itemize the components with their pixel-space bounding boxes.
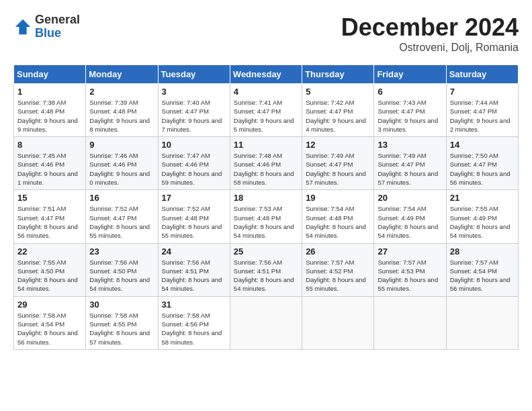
calendar-week-row: 1 Sunrise: 7:38 AM Sunset: 4:48 PM Dayli… <box>14 84 519 137</box>
weekday-header: Wednesday <box>230 65 302 84</box>
cell-content: Sunrise: 7:56 AM Sunset: 4:51 PM Dayligh… <box>234 258 298 293</box>
day-number: 21 <box>450 193 515 203</box>
month-title: December 2024 <box>341 13 519 42</box>
day-number: 17 <box>162 193 226 203</box>
calendar-cell: 11 Sunrise: 7:48 AM Sunset: 4:46 PM Dayl… <box>230 137 302 190</box>
day-number: 24 <box>162 246 226 257</box>
cell-content: Sunrise: 7:52 AM Sunset: 4:47 PM Dayligh… <box>89 204 154 240</box>
calendar-header-row: SundayMondayTuesdayWednesdayThursdayFrid… <box>14 65 519 84</box>
cell-content: Sunrise: 7:38 AM Sunset: 4:48 PM Dayligh… <box>17 98 82 134</box>
day-number: 7 <box>450 87 515 97</box>
day-number: 22 <box>17 246 82 257</box>
cell-content: Sunrise: 7:40 AM Sunset: 4:47 PM Dayligh… <box>162 98 226 134</box>
day-number: 15 <box>17 193 82 203</box>
cell-content: Sunrise: 7:39 AM Sunset: 4:48 PM Dayligh… <box>89 98 154 134</box>
svg-marker-0 <box>15 19 30 34</box>
day-number: 12 <box>306 140 370 150</box>
cell-content: Sunrise: 7:58 AM Sunset: 4:54 PM Dayligh… <box>17 311 82 347</box>
cell-content: Sunrise: 7:54 AM Sunset: 4:48 PM Dayligh… <box>306 204 370 240</box>
weekday-header: Monday <box>86 65 158 84</box>
calendar-cell: 3 Sunrise: 7:40 AM Sunset: 4:47 PM Dayli… <box>158 84 230 137</box>
weekday-header: Thursday <box>302 65 374 84</box>
calendar-cell: 16 Sunrise: 7:52 AM Sunset: 4:47 PM Dayl… <box>86 190 158 243</box>
cell-content: Sunrise: 7:56 AM Sunset: 4:50 PM Dayligh… <box>89 258 154 293</box>
calendar-cell: 26 Sunrise: 7:57 AM Sunset: 4:52 PM Dayl… <box>302 243 374 296</box>
day-number: 28 <box>450 246 515 257</box>
calendar-table: SundayMondayTuesdayWednesdayThursdayFrid… <box>13 64 519 350</box>
calendar-cell: 30 Sunrise: 7:58 AM Sunset: 4:55 PM Dayl… <box>86 296 158 349</box>
cell-content: Sunrise: 7:52 AM Sunset: 4:48 PM Dayligh… <box>162 204 226 240</box>
calendar-cell: 13 Sunrise: 7:49 AM Sunset: 4:47 PM Dayl… <box>374 137 446 190</box>
cell-content: Sunrise: 7:46 AM Sunset: 4:46 PM Dayligh… <box>89 151 154 187</box>
cell-content: Sunrise: 7:58 AM Sunset: 4:55 PM Dayligh… <box>89 311 154 347</box>
calendar-cell: 2 Sunrise: 7:39 AM Sunset: 4:48 PM Dayli… <box>86 84 158 137</box>
calendar-cell: 27 Sunrise: 7:57 AM Sunset: 4:53 PM Dayl… <box>374 243 446 296</box>
calendar-cell: 17 Sunrise: 7:52 AM Sunset: 4:48 PM Dayl… <box>158 190 230 243</box>
cell-content: Sunrise: 7:58 AM Sunset: 4:56 PM Dayligh… <box>162 311 226 347</box>
day-number: 19 <box>306 193 370 203</box>
calendar-cell: 19 Sunrise: 7:54 AM Sunset: 4:48 PM Dayl… <box>302 190 374 243</box>
calendar-cell: 9 Sunrise: 7:46 AM Sunset: 4:46 PM Dayli… <box>86 137 158 190</box>
calendar-cell: 28 Sunrise: 7:57 AM Sunset: 4:54 PM Dayl… <box>446 243 518 296</box>
cell-content: Sunrise: 7:49 AM Sunset: 4:47 PM Dayligh… <box>378 151 442 187</box>
cell-content: Sunrise: 7:48 AM Sunset: 4:46 PM Dayligh… <box>234 151 298 187</box>
page-header: General Blue December 2024 Ostroveni, Do… <box>13 13 519 54</box>
calendar-cell <box>230 296 302 349</box>
logo-blue: Blue <box>35 27 80 40</box>
cell-content: Sunrise: 7:55 AM Sunset: 4:49 PM Dayligh… <box>450 204 515 240</box>
day-number: 1 <box>17 87 82 97</box>
day-number: 13 <box>378 140 442 150</box>
calendar-cell: 21 Sunrise: 7:55 AM Sunset: 4:49 PM Dayl… <box>446 190 518 243</box>
day-number: 16 <box>89 193 154 203</box>
day-number: 29 <box>17 300 82 310</box>
calendar-cell: 25 Sunrise: 7:56 AM Sunset: 4:51 PM Dayl… <box>230 243 302 296</box>
calendar-cell: 5 Sunrise: 7:42 AM Sunset: 4:47 PM Dayli… <box>302 84 374 137</box>
weekday-header: Sunday <box>14 65 86 84</box>
day-number: 18 <box>234 193 298 203</box>
cell-content: Sunrise: 7:45 AM Sunset: 4:46 PM Dayligh… <box>17 151 82 187</box>
calendar-cell: 31 Sunrise: 7:58 AM Sunset: 4:56 PM Dayl… <box>158 296 230 349</box>
day-number: 25 <box>234 246 298 257</box>
day-number: 2 <box>89 87 154 97</box>
location: Ostroveni, Dolj, Romania <box>341 42 519 54</box>
cell-content: Sunrise: 7:57 AM Sunset: 4:54 PM Dayligh… <box>450 258 515 293</box>
calendar-cell: 10 Sunrise: 7:47 AM Sunset: 4:46 PM Dayl… <box>158 137 230 190</box>
calendar-cell: 23 Sunrise: 7:56 AM Sunset: 4:50 PM Dayl… <box>86 243 158 296</box>
cell-content: Sunrise: 7:47 AM Sunset: 4:46 PM Dayligh… <box>162 151 226 187</box>
calendar-cell: 6 Sunrise: 7:43 AM Sunset: 4:47 PM Dayli… <box>374 84 446 137</box>
weekday-header: Saturday <box>446 65 518 84</box>
calendar-cell: 14 Sunrise: 7:50 AM Sunset: 4:47 PM Dayl… <box>446 137 518 190</box>
calendar-cell <box>302 296 374 349</box>
calendar-cell: 18 Sunrise: 7:53 AM Sunset: 4:48 PM Dayl… <box>230 190 302 243</box>
cell-content: Sunrise: 7:44 AM Sunset: 4:47 PM Dayligh… <box>450 98 515 134</box>
calendar-week-row: 15 Sunrise: 7:51 AM Sunset: 4:47 PM Dayl… <box>14 190 519 243</box>
calendar-cell: 20 Sunrise: 7:54 AM Sunset: 4:49 PM Dayl… <box>374 190 446 243</box>
day-number: 14 <box>450 140 515 150</box>
day-number: 4 <box>234 87 298 97</box>
cell-content: Sunrise: 7:50 AM Sunset: 4:47 PM Dayligh… <box>450 151 515 187</box>
day-number: 3 <box>162 87 226 97</box>
cell-content: Sunrise: 7:49 AM Sunset: 4:47 PM Dayligh… <box>306 151 370 187</box>
calendar-week-row: 29 Sunrise: 7:58 AM Sunset: 4:54 PM Dayl… <box>14 296 519 349</box>
calendar-week-row: 8 Sunrise: 7:45 AM Sunset: 4:46 PM Dayli… <box>14 137 519 190</box>
calendar-week-row: 22 Sunrise: 7:55 AM Sunset: 4:50 PM Dayl… <box>14 243 519 296</box>
calendar-cell: 8 Sunrise: 7:45 AM Sunset: 4:46 PM Dayli… <box>14 137 86 190</box>
logo: General Blue <box>13 13 80 40</box>
title-block: December 2024 Ostroveni, Dolj, Romania <box>341 13 519 54</box>
cell-content: Sunrise: 7:55 AM Sunset: 4:50 PM Dayligh… <box>17 258 82 293</box>
cell-content: Sunrise: 7:57 AM Sunset: 4:52 PM Dayligh… <box>306 258 370 293</box>
day-number: 9 <box>89 140 154 150</box>
day-number: 27 <box>378 246 442 257</box>
day-number: 8 <box>17 140 82 150</box>
day-number: 5 <box>306 87 370 97</box>
logo-icon <box>13 17 32 36</box>
day-number: 23 <box>89 246 154 257</box>
calendar-cell: 15 Sunrise: 7:51 AM Sunset: 4:47 PM Dayl… <box>14 190 86 243</box>
logo-general: General <box>35 13 80 27</box>
day-number: 20 <box>378 193 442 203</box>
day-number: 26 <box>306 246 370 257</box>
cell-content: Sunrise: 7:43 AM Sunset: 4:47 PM Dayligh… <box>378 98 442 134</box>
cell-content: Sunrise: 7:56 AM Sunset: 4:51 PM Dayligh… <box>162 258 226 293</box>
weekday-header: Tuesday <box>158 65 230 84</box>
cell-content: Sunrise: 7:42 AM Sunset: 4:47 PM Dayligh… <box>306 98 370 134</box>
